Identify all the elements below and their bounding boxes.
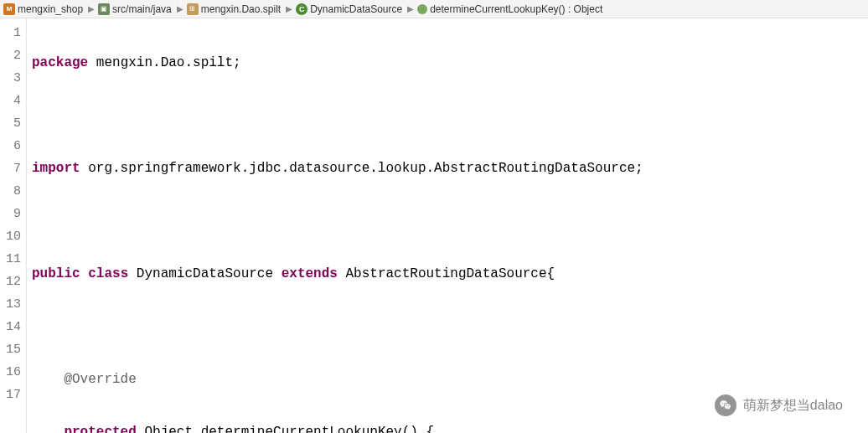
bc-src[interactable]: ▣src/main/java	[98, 3, 172, 15]
watermark: 萌新梦想当dalao	[715, 394, 843, 416]
bc-package-label: mengxin.Dao.spilt	[201, 3, 281, 15]
keyword: import	[32, 161, 80, 176]
code-text: DynamicDataSource	[128, 266, 281, 281]
chevron-right-icon: ▶	[88, 4, 95, 13]
code-line: @Override	[27, 369, 868, 391]
folder-icon: ▣	[98, 3, 110, 15]
bc-project-label: mengxin_shop	[18, 3, 83, 15]
class-icon: C	[296, 3, 307, 15]
watermark-text: 萌新梦想当dalao	[743, 397, 843, 415]
project-icon: M	[3, 3, 15, 15]
line-number-gutter: 1 2 3 4 5 6 7 8 9 10 11 12 13 14 15 16 1…	[0, 18, 27, 433]
code-line: public class DynamicDataSource extends A…	[27, 263, 868, 286]
bc-method[interactable]: determineCurrentLookupKey() : Object	[417, 3, 602, 15]
bc-class[interactable]: CDynamicDataSource	[296, 3, 402, 15]
line-number: 6	[0, 135, 26, 157]
keyword: extends	[282, 266, 338, 281]
method-icon	[417, 4, 427, 14]
code-text: Object determineCurrentLookupKey() {	[137, 425, 434, 433]
bc-project[interactable]: Mmengxin_shop	[3, 3, 83, 15]
chevron-right-icon: ▶	[407, 4, 414, 13]
line-number: 14	[0, 316, 26, 338]
keyword: class	[88, 266, 128, 281]
code-area[interactable]: package mengxin.Dao.spilt; import org.sp…	[27, 18, 868, 433]
line-number: 11	[0, 248, 26, 271]
line-number: 7	[0, 157, 26, 180]
code-text: AbstractRoutingDataSource{	[338, 266, 555, 281]
code-line: import org.springframework.jdbc.datasour…	[27, 157, 868, 180]
keyword: public	[32, 266, 80, 281]
line-number: 17	[0, 384, 26, 406]
line-number: 13	[0, 293, 26, 316]
bc-class-label: DynamicDataSource	[310, 3, 402, 15]
code-editor[interactable]: 1 2 3 4 5 6 7 8 9 10 11 12 13 14 15 16 1…	[0, 18, 868, 433]
line-number: 8	[0, 180, 26, 203]
line-number: 12	[0, 271, 26, 293]
chevron-right-icon: ▶	[286, 4, 292, 13]
line-number: 5	[0, 112, 26, 135]
package-icon: ⊞	[187, 3, 199, 15]
line-number: 4	[0, 90, 26, 112]
line-number: 9	[0, 203, 26, 225]
line-number: 16	[0, 361, 26, 384]
chevron-right-icon: ▶	[177, 4, 183, 13]
code-text: mengxin.Dao.spilt;	[88, 55, 240, 70]
bc-method-label: determineCurrentLookupKey() : Object	[430, 3, 602, 15]
line-number: 10	[0, 225, 26, 248]
breadcrumb: Mmengxin_shop ▶ ▣src/main/java ▶ ⊞mengxi…	[0, 0, 868, 18]
code-line: package mengxin.Dao.spilt;	[27, 52, 868, 75]
code-line	[27, 316, 868, 338]
keyword: protected	[64, 425, 136, 433]
line-number: 2	[0, 44, 26, 67]
code-text: org.springframework.jdbc.datasource.look…	[80, 161, 643, 176]
bc-src-label: src/main/java	[112, 3, 172, 15]
keyword: package	[32, 55, 88, 70]
line-number: 3	[0, 67, 26, 90]
code-line: protected Object determineCurrentLookupK…	[27, 421, 868, 433]
code-line	[27, 105, 868, 127]
code-line	[27, 210, 868, 233]
wechat-icon	[715, 394, 736, 416]
line-number: 15	[0, 338, 26, 361]
bc-package[interactable]: ⊞mengxin.Dao.spilt	[187, 3, 281, 15]
annotation: @Override	[64, 372, 136, 387]
line-number: 1	[0, 22, 26, 44]
space	[80, 266, 89, 281]
